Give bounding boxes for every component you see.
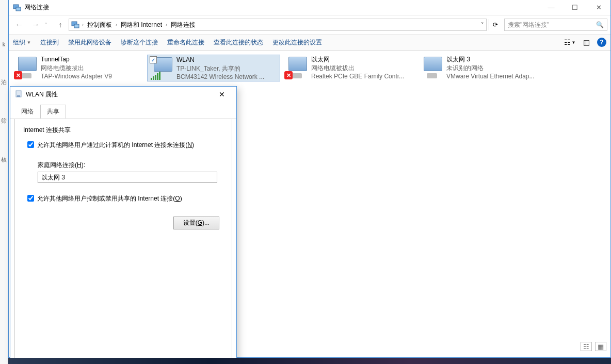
- connection-text: TunnelTap网络电缆被拔出TAP-Windows Adapter V9: [41, 56, 112, 81]
- bg-char: 核: [1, 156, 7, 163]
- svg-rect-3: [74, 24, 79, 28]
- home-network-label: 家庭网络连接(H):: [38, 161, 223, 170]
- connection-name: TunnelTap: [41, 56, 112, 64]
- disable-device-button[interactable]: 禁用此网络设备: [68, 38, 111, 47]
- connection-name: 以太网 3: [446, 56, 535, 64]
- background-window-edge: k 泊 筛 核: [0, 0, 8, 364]
- diagnose-button[interactable]: 诊断这个连接: [121, 38, 158, 47]
- disconnected-icon: ✕: [14, 71, 22, 79]
- help-button[interactable]: ?: [597, 38, 606, 47]
- sharing-panel: Internet 连接共享 允许其他网络用户通过此计算机的 Internet 连…: [14, 119, 232, 358]
- connection-item[interactable]: ✕TunnelTap网络电缆被拔出TAP-Windows Adapter V9: [12, 55, 145, 81]
- allow-connect-label: 允许其他网络用户通过此计算机的 Internet 连接来连接(N): [37, 141, 194, 150]
- maximize-button[interactable]: ☐: [563, 0, 587, 15]
- connect-to-button[interactable]: 连接到: [40, 38, 59, 47]
- up-button[interactable]: ↑: [54, 19, 67, 31]
- cmd-label: 重命名此连接: [167, 38, 204, 47]
- connection-icon: [420, 56, 443, 79]
- breadcrumb-sep: ›: [164, 22, 169, 27]
- close-button[interactable]: ✕: [587, 0, 610, 15]
- connection-text: 以太网 3未识别的网络VMware Virtual Ethernet Adap.…: [446, 56, 535, 81]
- bg-char: 筛: [1, 117, 7, 125]
- connection-text: WLANTP-LINK_Taker, 共享的BCM43142 Wireless …: [176, 56, 264, 81]
- connection-status: 网络电缆被拔出: [311, 64, 404, 73]
- network-connections-icon: [13, 4, 21, 12]
- allow-control-label: 允许其他网络用户控制或禁用共享的 Internet 连接(O): [37, 194, 182, 203]
- breadcrumb-item[interactable]: 网络和 Internet: [120, 21, 163, 29]
- search-placeholder: 搜索"网络连接": [508, 21, 550, 29]
- large-icons-view-button[interactable]: ▦: [595, 342, 606, 351]
- dialog-tabs: 网络 共享: [10, 103, 236, 119]
- connection-icon: ✕: [284, 56, 308, 79]
- forward-button[interactable]: →: [28, 19, 43, 31]
- home-network-combobox[interactable]: [38, 172, 217, 183]
- allow-connect-checkbox-row: 允许其他网络用户通过此计算机的 Internet 连接来连接(N): [27, 141, 223, 150]
- connections-list: ✕TunnelTap网络电缆被拔出TAP-Windows Adapter V9✓…: [9, 51, 610, 86]
- breadcrumb-sep: ›: [114, 22, 119, 27]
- connection-text: 以太网网络电缆被拔出Realtek PCIe GBE Family Contr.…: [311, 56, 404, 81]
- disconnected-icon: ✕: [284, 71, 293, 79]
- connection-status: 网络电缆被拔出: [41, 64, 112, 73]
- tab-sharing[interactable]: 共享: [40, 105, 66, 119]
- history-dropdown-button[interactable]: ˅: [45, 22, 52, 27]
- breadcrumb-item[interactable]: 网络连接: [170, 21, 197, 29]
- dialog-titlebar: WLAN 属性 ✕: [10, 87, 236, 102]
- cmd-label: 禁用此网络设备: [68, 38, 111, 47]
- view-status-button[interactable]: 查看此连接的状态: [214, 38, 263, 47]
- titlebar: 网络连接 — ☐ ✕: [9, 0, 610, 15]
- allow-connect-checkbox[interactable]: [27, 141, 34, 148]
- tab-network[interactable]: 网络: [14, 105, 40, 119]
- details-view-button[interactable]: ☷: [581, 342, 592, 351]
- search-input[interactable]: 搜索"网络连接" 🔍: [504, 19, 607, 31]
- settings-button[interactable]: 设置(G)...: [173, 217, 219, 229]
- search-icon: 🔍: [596, 21, 604, 28]
- allow-control-checkbox-row: 允许其他网络用户控制或禁用共享的 Internet 连接(O): [27, 194, 223, 203]
- connection-status: 未识别的网络: [446, 64, 535, 73]
- connection-icon: ✕: [14, 56, 38, 79]
- dialog-close-button[interactable]: ✕: [212, 87, 232, 102]
- connection-icon: ✓: [150, 56, 173, 80]
- organize-button[interactable]: 组织▼: [13, 38, 31, 47]
- command-bar: 组织▼ 连接到 禁用此网络设备 诊断这个连接 重命名此连接 查看此连接的状态 更…: [9, 34, 610, 51]
- dropdown-icon: ▼: [27, 40, 31, 45]
- breadcrumb-item[interactable]: 控制面板: [86, 21, 113, 29]
- connection-item[interactable]: ✕以太网网络电缆被拔出Realtek PCIe GBE Family Contr…: [282, 55, 415, 81]
- back-button[interactable]: ←: [12, 19, 26, 31]
- ics-group-label: Internet 连接共享: [23, 126, 223, 135]
- svg-rect-5: [17, 95, 20, 97]
- rename-button[interactable]: 重命名此连接: [167, 38, 204, 47]
- refresh-icon: ⟳: [493, 21, 498, 28]
- cmd-label: 查看此连接的状态: [214, 38, 263, 47]
- cmd-label: 诊断这个连接: [121, 38, 158, 47]
- dialog-title: WLAN 属性: [26, 90, 58, 99]
- address-bar[interactable]: › 控制面板 › 网络和 Internet › 网络连接 ˅: [69, 19, 487, 31]
- svg-rect-1: [16, 7, 21, 11]
- default-connection-check-icon: ✓: [150, 56, 157, 63]
- view-mode-strip: ☷ ▦: [581, 342, 606, 351]
- cmd-label: 连接到: [40, 38, 59, 47]
- wlan-properties-dialog: WLAN 属性 ✕ 网络 共享 Internet 连接共享 允许其他网络用户通过…: [10, 86, 237, 363]
- connection-status: TP-LINK_Taker, 共享的: [176, 65, 264, 73]
- preview-pane-button[interactable]: ▥: [581, 37, 592, 48]
- allow-control-checkbox[interactable]: [27, 195, 34, 202]
- window-title: 网络连接: [24, 3, 49, 12]
- bg-char: k: [3, 41, 6, 47]
- connection-item[interactable]: 以太网 3未识别的网络VMware Virtual Ethernet Adap.…: [417, 55, 551, 81]
- connection-device: VMware Virtual Ethernet Adap...: [446, 73, 535, 81]
- connection-device: BCM43142 Wireless Network ...: [176, 73, 264, 81]
- wifi-adapter-icon: [14, 90, 23, 98]
- minimize-button[interactable]: —: [539, 0, 563, 15]
- cmd-label: 更改此连接的设置: [272, 38, 322, 47]
- connection-device: Realtek PCIe GBE Family Contr...: [311, 73, 404, 81]
- refresh-button[interactable]: ⟳: [489, 19, 501, 30]
- view-options-button[interactable]: ☷▼: [564, 37, 575, 48]
- cmd-label: 组织: [13, 38, 25, 47]
- taskbar-sliver: [8, 358, 611, 364]
- connection-name: 以太网: [311, 56, 404, 64]
- bg-char: 泊: [1, 78, 7, 86]
- connection-item[interactable]: ✓WLANTP-LINK_Taker, 共享的BCM43142 Wireless…: [147, 55, 280, 81]
- breadcrumb-expand[interactable]: ˅: [481, 22, 484, 28]
- breadcrumb-sep[interactable]: ›: [81, 22, 85, 27]
- change-settings-button[interactable]: 更改此连接的设置: [272, 38, 322, 47]
- location-icon: [71, 21, 79, 29]
